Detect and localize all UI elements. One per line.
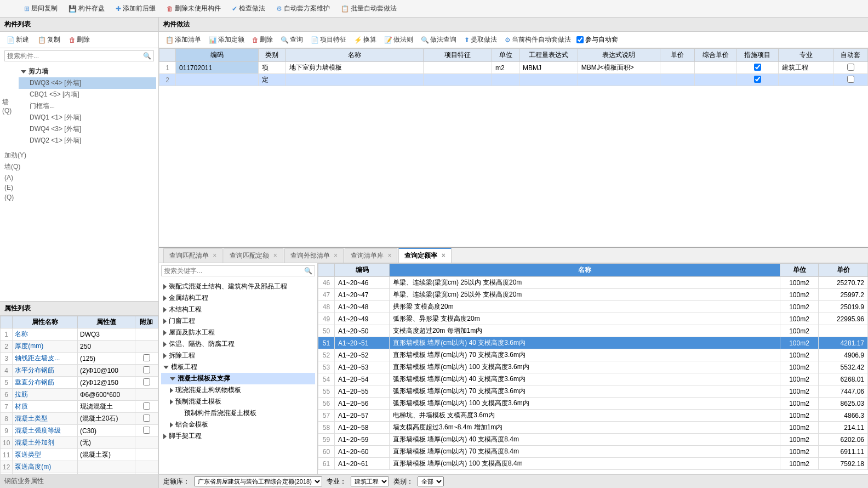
attr-row-value[interactable]: (混凝土泵) [78, 449, 135, 461]
tab-close-2[interactable]: × [334, 252, 338, 259]
quota-tree-item[interactable]: 金属结构工程 [161, 292, 315, 304]
quota-row[interactable]: 50 A1~20~50 支模高度超过20m 每增加1m内 100m2 [318, 325, 868, 337]
make-method-btn[interactable]: 📝 做法则 [382, 34, 415, 46]
calculate-btn[interactable]: ⚡ 换算 [352, 34, 379, 46]
project-feature-btn[interactable]: 📄 项目特征 [309, 34, 349, 46]
quota-row[interactable]: 55 A1~20~55 弧形墙模板 墙厚(cm以内) 70 支模高度3.6m内 … [318, 385, 868, 398]
auto-join-label[interactable]: 参与自动套 [576, 35, 618, 44]
profession-select[interactable]: 建筑工程 [351, 476, 389, 486]
method-row-auto[interactable] [833, 74, 868, 86]
attr-row[interactable]: 6 拉筋 Φ6@600*600 [1, 389, 158, 401]
attr-row-check[interactable] [135, 353, 158, 365]
attr-row-check[interactable] [135, 328, 158, 341]
quota-tree-item[interactable]: 装配式混凝土结构、建筑构件及部品工程 [161, 281, 315, 292]
category-select[interactable]: 全部 [418, 476, 444, 486]
quota-row[interactable]: 54 A1~20~54 弧形墙模板 墙厚(cm以内) 40 支模高度3.6m内 … [318, 373, 868, 385]
tree-child-cbq1[interactable]: CBQ1 <5> [内墙] [19, 89, 156, 100]
tree-parent-shear-wall[interactable]: 剪力墙 [19, 66, 156, 77]
quota-tree-item[interactable]: 混凝土模板及支撑 [161, 373, 315, 384]
tab-close-1[interactable]: × [273, 252, 277, 259]
add-prefix-btn[interactable]: ✚ 添加前后缀 [113, 3, 158, 14]
tree-child-dwq2[interactable]: DWQ2 <1> [外墙] [19, 135, 156, 146]
method-row-feature[interactable] [423, 62, 492, 74]
delete-unused-btn[interactable]: 🗑 删除未使用构件 [164, 3, 223, 14]
quota-row[interactable]: 60 A1~20~60 直形墙模板 墙厚(cm以内) 70 支模高度8.4m 1… [318, 446, 868, 458]
attr-row[interactable]: 4 水平分布钢筋 (2)Φ10@100 [1, 365, 158, 377]
method-row[interactable]: 2 定 [159, 74, 868, 86]
auto-join-checkbox[interactable] [576, 36, 584, 43]
tab-list-lib[interactable]: 查询清单库 × [345, 248, 397, 263]
auto-method-btn[interactable]: ⚙ 当前构件自动套做法 [502, 34, 573, 46]
tab-close-4[interactable]: × [442, 252, 446, 259]
attr-check[interactable] [143, 427, 150, 434]
attr-check[interactable] [143, 415, 150, 422]
method-delete-btn[interactable]: 🗑 删除 [250, 34, 275, 46]
attr-row-value[interactable]: 250 [78, 341, 135, 353]
method-row-measure[interactable] [736, 74, 779, 86]
attr-row[interactable]: 12 泵送高度(m) [1, 461, 158, 473]
attr-check[interactable] [143, 402, 150, 410]
attr-row[interactable]: 3 轴线距左墙皮... (125) [1, 353, 158, 365]
attr-row[interactable]: 5 垂直分布钢筋 (2)Φ12@150 [1, 377, 158, 389]
tab-match-quota[interactable]: 查询匹配定额 × [224, 248, 283, 263]
auto-check[interactable] [847, 64, 854, 71]
attr-check[interactable] [143, 354, 150, 361]
quota-tree-item[interactable]: 屋面及防水工程 [161, 327, 315, 338]
add-quota-btn[interactable]: 📊 添加定额 [207, 34, 247, 46]
check-method-btn[interactable]: ✔ 检查做法 [230, 3, 267, 14]
quota-tree-item[interactable]: 模板工程 [161, 361, 315, 373]
attr-row-value[interactable]: (C30) [78, 425, 135, 437]
tab-close-3[interactable]: × [387, 252, 391, 259]
quota-tree-item[interactable]: 脚手架工程 [161, 430, 315, 442]
auto-check[interactable] [847, 76, 854, 83]
quota-search-input[interactable] [164, 267, 304, 275]
attr-row-check[interactable] [135, 365, 158, 377]
quota-lib-select[interactable]: 广东省房屋建筑与装饰工程综合定额(2018) [194, 476, 322, 486]
quota-row[interactable]: 48 A1~20~48 拱形梁 支模高度20m 100m2 25019.9 [318, 301, 868, 313]
method-row-auto[interactable] [833, 62, 868, 74]
quota-tree-item[interactable]: 预制混凝土模板 [161, 396, 315, 407]
tree-child-dwq4[interactable]: DWQ4 <3> [外墙] [19, 123, 156, 135]
attr-check[interactable] [143, 378, 150, 385]
attr-row-check[interactable] [135, 437, 158, 449]
tree-child-dwq3[interactable]: DWQ3 <4> [外墙] [19, 77, 156, 89]
method-row-code[interactable]: 011702011 [176, 62, 258, 74]
add-list-btn[interactable]: 📋 添加清单 [163, 34, 203, 46]
attr-row-check[interactable] [135, 425, 158, 437]
quota-tree-item[interactable]: 门窗工程 [161, 315, 315, 327]
attr-row[interactable]: 1 名称 DWQ3 [1, 328, 158, 341]
attr-row-check[interactable] [135, 413, 158, 425]
quota-row[interactable]: 46 A1~20~46 单梁、连续梁(梁宽cm) 25以内 支模高度20m 10… [318, 277, 868, 289]
quota-row[interactable]: 56 A1~20~56 弧形墙模板 墙厚(cm以内) 100 支模高度3.6m内… [318, 398, 868, 410]
tree-child-dwq1[interactable]: DWQ1 <1> [外墙] [19, 112, 156, 123]
attr-bottom-label[interactable]: 钢筋业务属性 [0, 474, 158, 488]
attr-row-check[interactable] [135, 377, 158, 389]
tab-quota-rate[interactable]: 查询定额率 × [398, 248, 451, 263]
quota-row[interactable]: 52 A1~20~52 直形墙模板 墙厚(cm以内) 70 支模高度3.6m内 … [318, 349, 868, 361]
attr-row[interactable]: 10 混凝土外加剂 (无) [1, 437, 158, 449]
component-search-input[interactable] [7, 52, 143, 60]
quota-tree-item[interactable]: 拆除工程 [161, 350, 315, 361]
tab-external-list[interactable]: 查询外部清单 × [284, 248, 344, 263]
attr-row-check[interactable] [135, 401, 158, 413]
attr-row-value[interactable]: (无) [78, 437, 135, 449]
attr-row[interactable]: 8 混凝土类型 (混凝土20石) [1, 413, 158, 425]
quota-row[interactable]: 58 A1~20~58 墙支模高度超过3.6m~8.4m 增加1m内 100m2… [318, 422, 868, 434]
delete-btn[interactable]: 🗑 删除 [67, 34, 92, 46]
quota-row[interactable]: 53 A1~20~53 直形墙模板 墙厚(cm以内) 100 支模高度3.6m内… [318, 361, 868, 373]
quota-tree-item[interactable]: 保温、隔热、防腐工程 [161, 338, 315, 350]
attr-row-value[interactable]: (2)Φ10@100 [78, 365, 135, 377]
attr-row[interactable]: 2 厚度(mm) 250 [1, 341, 158, 353]
tree-child-door-frame[interactable]: 门框墙... [19, 100, 156, 112]
measure-check[interactable] [754, 64, 761, 71]
extract-method-btn[interactable]: ⬆ 提取做法 [462, 34, 499, 46]
method-row-measure[interactable] [736, 62, 779, 74]
method-row-expr[interactable] [519, 74, 578, 86]
attr-row-check[interactable] [135, 449, 158, 461]
attr-row[interactable]: 11 泵送类型 (混凝土泵) [1, 449, 158, 461]
quota-row[interactable]: 47 A1~20~47 单梁、连续梁(梁宽cm) 25以外 支模高度20m 10… [318, 289, 868, 301]
attr-row-check[interactable] [135, 341, 158, 353]
method-query2-btn[interactable]: 🔍 做法查询 [419, 34, 459, 46]
new-btn[interactable]: 📄 新建 [4, 34, 31, 46]
quota-tree-item[interactable]: 木结构工程 [161, 304, 315, 315]
